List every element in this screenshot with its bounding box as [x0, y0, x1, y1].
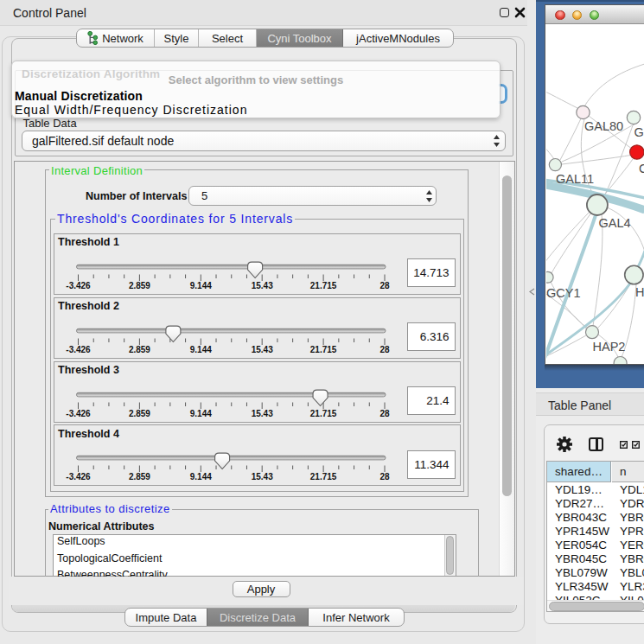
- svg-text:21.715: 21.715: [310, 345, 337, 354]
- svg-text:HAP2: HAP2: [593, 340, 626, 354]
- svg-text:GAL4: GAL4: [599, 216, 631, 230]
- svg-text:15.43: 15.43: [252, 345, 273, 354]
- svg-text:15.43: 15.43: [252, 281, 273, 290]
- svg-text:2.859: 2.859: [129, 345, 150, 354]
- svg-text:28: 28: [379, 472, 390, 481]
- svg-text:15.43: 15.43: [252, 409, 273, 418]
- svg-text:G.: G.: [634, 125, 644, 139]
- svg-text:28: 28: [379, 281, 390, 290]
- svg-text:28: 28: [379, 345, 390, 354]
- svg-text:GAL80: GAL80: [584, 119, 623, 133]
- svg-text:2.859: 2.859: [129, 472, 150, 481]
- svg-text:GAL11: GAL11: [556, 172, 594, 186]
- svg-text:-3.426: -3.426: [66, 281, 91, 290]
- svg-text:2.859: 2.859: [129, 281, 150, 290]
- svg-text:-3.426: -3.426: [66, 472, 91, 481]
- svg-text:9.144: 9.144: [190, 345, 212, 354]
- svg-text:9.144: 9.144: [190, 409, 212, 418]
- svg-text:-3.426: -3.426: [66, 409, 91, 418]
- svg-text:-3.426: -3.426: [66, 345, 91, 354]
- svg-text:28: 28: [379, 409, 390, 418]
- svg-text:C: C: [639, 162, 644, 175]
- svg-text:H: H: [635, 285, 644, 299]
- svg-text:21.715: 21.715: [310, 281, 337, 290]
- svg-text:GCY1: GCY1: [546, 286, 581, 300]
- svg-text:9.144: 9.144: [190, 472, 212, 481]
- svg-text:2.859: 2.859: [129, 409, 150, 418]
- svg-text:21.715: 21.715: [310, 409, 337, 418]
- svg-text:15.43: 15.43: [252, 472, 273, 481]
- svg-text:9.144: 9.144: [190, 281, 212, 290]
- svg-text:21.715: 21.715: [310, 472, 337, 481]
